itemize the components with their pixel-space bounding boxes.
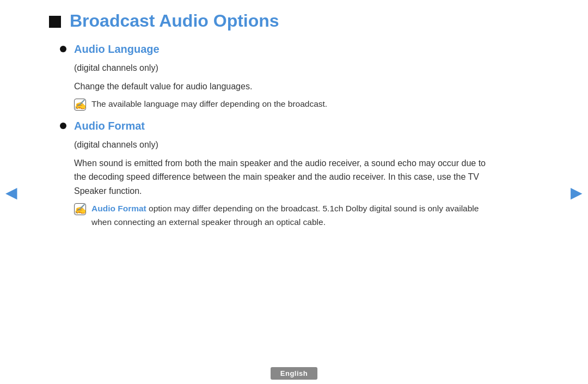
nav-arrow-left[interactable]: ◀ bbox=[5, 183, 17, 201]
audio-language-body: (digital channels only) Change the defau… bbox=[74, 61, 490, 111]
audio-format-note: Audio Format option may differ depending… bbox=[91, 202, 490, 229]
page-title-row: Broadcast Audio Options bbox=[49, 11, 490, 31]
audio-format-item: Audio Format bbox=[60, 120, 490, 132]
bullet-dot-1 bbox=[60, 46, 66, 52]
sections-container: Audio Language (digital channels only) C… bbox=[60, 43, 490, 229]
main-content: Broadcast Audio Options Audio Language (… bbox=[0, 0, 534, 249]
audio-language-note-row: ✍ The available language may differ depe… bbox=[74, 97, 490, 111]
note-icon-1: ✍ bbox=[74, 99, 86, 111]
audio-format-sub2: When sound is emitted from both the main… bbox=[74, 156, 490, 198]
nav-arrow-right[interactable]: ▶ bbox=[571, 183, 583, 201]
footer: English bbox=[0, 362, 588, 384]
bullet-dot-2 bbox=[60, 123, 66, 129]
note-icon-2: ✍ bbox=[74, 203, 86, 215]
page-title: Broadcast Audio Options bbox=[70, 11, 279, 31]
audio-language-heading: Audio Language bbox=[74, 43, 160, 56]
audio-format-body: (digital channels only) When sound is em… bbox=[74, 138, 490, 229]
audio-format-note-suffix: option may differ depending on the broad… bbox=[91, 204, 479, 227]
audio-language-note: The available language may differ depend… bbox=[91, 97, 327, 111]
audio-format-heading: Audio Format bbox=[74, 120, 145, 132]
audio-format-note-row: ✍ Audio Format option may differ dependi… bbox=[74, 202, 490, 229]
audio-language-sub1: (digital channels only) bbox=[74, 61, 490, 75]
audio-format-sub1: (digital channels only) bbox=[74, 138, 490, 152]
audio-format-note-highlight: Audio Format bbox=[91, 204, 146, 213]
audio-language-sub2: Change the default value for audio langu… bbox=[74, 80, 490, 94]
audio-language-item: Audio Language bbox=[60, 43, 490, 56]
language-badge[interactable]: English bbox=[271, 367, 317, 380]
title-square-icon bbox=[49, 16, 61, 28]
